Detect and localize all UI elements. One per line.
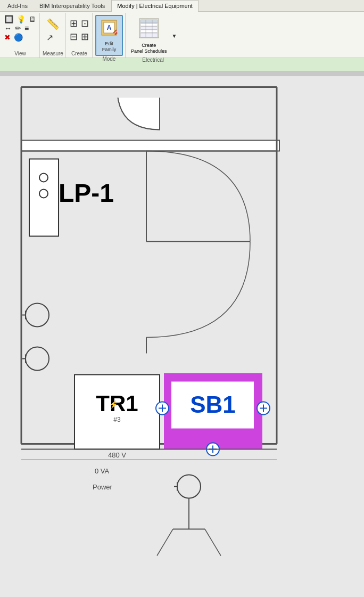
ribbon: Add-Ins BIM Interoperability Tools Modif… — [0, 0, 364, 58]
green-status-bar — [0, 58, 364, 72]
close-icon: ✖ — [4, 34, 11, 41]
measure-btn[interactable]: 📏 — [45, 17, 61, 31]
measure-angle-icon: ↗ — [46, 32, 53, 43]
svg-rect-7 — [140, 27, 158, 29]
resize-btn[interactable]: ✏ — [14, 24, 22, 32]
ribbon-group-measure: 📏 ↗ Measure — [40, 13, 66, 58]
measure-buttons: 📏 ↗ — [45, 14, 61, 51]
align-icon: ↔ — [4, 24, 12, 32]
override-icon: ≡ — [24, 24, 29, 32]
gray-divider — [0, 72, 364, 76]
electrical-buttons: Create Panel Schedules ▼ — [128, 14, 178, 57]
svg-text:A: A — [107, 24, 112, 31]
isolate-icon: 💡 — [16, 15, 26, 23]
create-panel-schedules-button[interactable]: Create Panel Schedules — [128, 15, 170, 57]
create-panel-schedules-icon — [138, 18, 160, 42]
create-group-label: Create — [71, 51, 87, 58]
edit-family-button[interactable]: A Edit Family — [95, 15, 123, 56]
svg-text:#3: #3 — [113, 416, 121, 423]
create-panel-schedules-label: Create Panel Schedules — [131, 43, 167, 54]
mode-group-label: Mode — [102, 56, 115, 63]
close-btn[interactable]: ✖ — [3, 33, 12, 42]
align-btn[interactable]: ↔ — [3, 24, 13, 32]
svg-text:⚡: ⚡ — [109, 400, 119, 409]
drawing-canvas[interactable]: TR1 ⚡ #3 480 V SB1 — [0, 76, 364, 597]
override-btn[interactable]: ≡ — [23, 24, 30, 32]
view-buttons: 🔲 💡 🖥 ↔ ✏ — [3, 14, 37, 51]
reset-temporary-btn[interactable]: 🖥 — [28, 15, 37, 23]
panel-dropdown-btn[interactable]: ▼ — [170, 32, 178, 39]
svg-rect-9 — [140, 33, 158, 37]
ribbon-tab-bar: Add-Ins BIM Interoperability Tools Modif… — [0, 0, 364, 12]
hide-icon: 🔲 — [4, 15, 13, 23]
ref-plane-btn[interactable]: ⊞ — [80, 30, 90, 43]
detail-line-btn[interactable]: ⊟ — [69, 30, 79, 43]
hide-category-btn[interactable]: 🔲 — [3, 15, 14, 23]
measure-icon: 📏 — [46, 18, 60, 30]
ribbon-group-electrical: Create Panel Schedules ▼ Electrical — [126, 13, 180, 58]
ribbon-group-mode: A Edit Family Mode — [93, 13, 126, 58]
tab-bim[interactable]: BIM Interoperability Tools — [34, 0, 110, 12]
electrical-group-label: Electrical — [142, 57, 164, 64]
view-group-label: View — [14, 51, 26, 58]
reset-icon: 🖥 — [29, 15, 36, 23]
component-btn[interactable]: ⊞ — [69, 17, 79, 30]
view3d-icon: 🔵 — [14, 34, 23, 41]
measure-group-label: Measure — [43, 51, 63, 58]
measure-angle-btn[interactable]: ↗ — [45, 32, 61, 43]
mode-buttons: A Edit Family — [95, 14, 123, 56]
isolate-category-btn[interactable]: 💡 — [15, 15, 27, 23]
svg-text:SB1: SB1 — [190, 391, 236, 418]
svg-rect-8 — [140, 30, 158, 32]
ribbon-group-view: 🔲 💡 🖥 ↔ ✏ — [1, 13, 40, 58]
svg-text:480 V: 480 V — [108, 451, 126, 459]
component-icon: ⊞ — [70, 18, 78, 29]
edit-family-icon: A — [100, 18, 119, 40]
svg-rect-5 — [140, 20, 158, 23]
tab-modify-electrical[interactable]: Modify | Electrical Equipment — [111, 0, 198, 12]
floor-plan-svg: TR1 ⚡ #3 480 V SB1 — [0, 76, 364, 597]
ref-plane-icon: ⊞ — [81, 31, 89, 43]
svg-rect-16 — [116, 87, 164, 98]
detail-line-icon: ⊟ — [70, 31, 78, 43]
svg-rect-6 — [140, 23, 158, 26]
svg-text:Power: Power — [93, 483, 113, 491]
tab-add-ins[interactable]: Add-Ins — [2, 0, 33, 12]
model-line-btn[interactable]: ⊡ — [80, 17, 90, 30]
svg-text:LP-1: LP-1 — [59, 179, 114, 207]
model-line-icon: ⊡ — [81, 18, 89, 29]
edit-family-label: Edit Family — [102, 41, 117, 53]
view3d-btn[interactable]: 🔵 — [13, 33, 24, 42]
svg-text:0 VA: 0 VA — [95, 467, 110, 475]
create-buttons: ⊞ ⊡ ⊟ ⊞ — [69, 14, 90, 51]
resize-icon: ✏ — [15, 24, 21, 32]
ribbon-panel: 🔲 💡 🖥 ↔ ✏ — [0, 12, 364, 58]
ribbon-group-create: ⊞ ⊡ ⊟ ⊞ Crea — [67, 13, 93, 58]
svg-rect-15 — [21, 141, 279, 151]
